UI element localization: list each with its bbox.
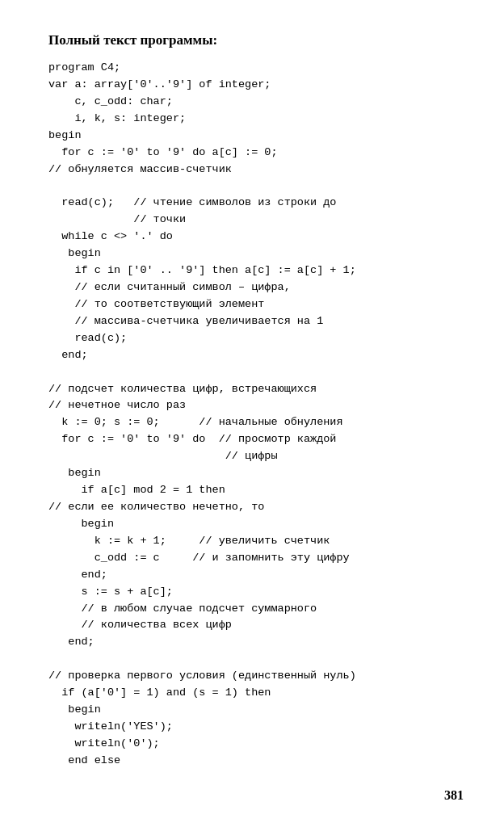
section-title: Полный текст программы:	[48, 32, 464, 48]
code-block: program C4; var a: array['0'..'9'] of in…	[48, 60, 464, 770]
page-number: 381	[444, 788, 464, 803]
page-container: Полный текст программы: program C4; var …	[0, 0, 504, 827]
